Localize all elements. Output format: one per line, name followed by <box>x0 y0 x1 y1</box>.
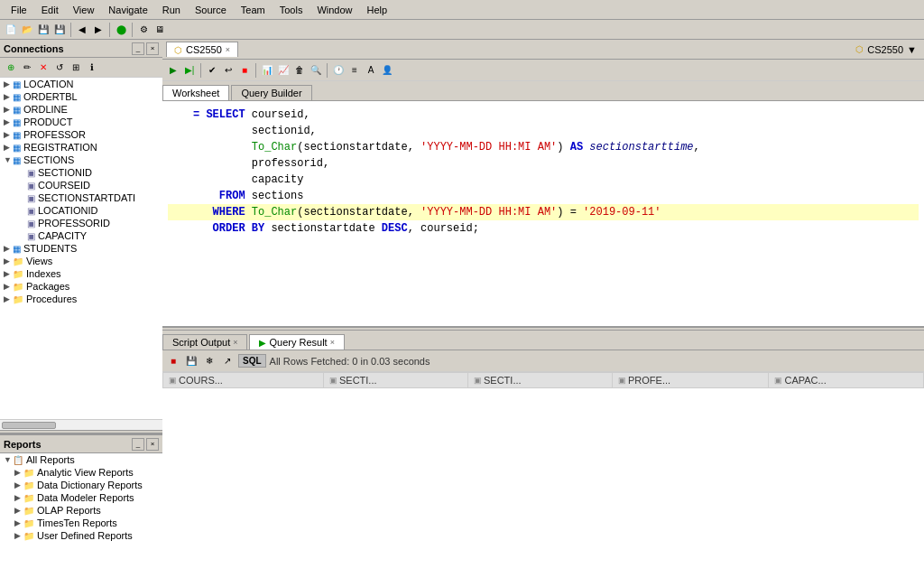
connections-panel-header: Connections _ × <box>0 40 162 58</box>
sql-editor[interactable]: = SELECT courseid, sectionid, To_Char(se… <box>162 101 924 327</box>
sql-label[interactable]: SQL <box>238 354 266 368</box>
save-icon[interactable]: 💾 <box>36 23 51 37</box>
tree-registration[interactable]: ▶ ▦ REGISTRATION <box>0 141 162 154</box>
properties-icon[interactable]: ℹ <box>85 61 99 75</box>
monitor-icon[interactable]: 🖥 <box>152 23 167 37</box>
tree-students[interactable]: ▶ ▦ STUDENTS <box>0 242 162 255</box>
open-icon[interactable]: 📂 <box>20 23 34 37</box>
tree-label-courseid: COURSEID <box>38 180 90 191</box>
menu-team[interactable]: Team <box>234 3 273 17</box>
tree-locationid[interactable]: ▣ LOCATIONID <box>0 204 162 217</box>
menu-source[interactable]: Source <box>188 3 234 17</box>
close-script-output[interactable]: × <box>233 338 237 347</box>
close-tab-cs2550[interactable]: × <box>226 45 230 54</box>
close-reports[interactable]: × <box>146 438 159 451</box>
close-connections[interactable]: × <box>146 42 159 55</box>
expand-all-icon[interactable]: ⊞ <box>69 61 83 75</box>
report-dict[interactable]: ▶ 📁 Data Dictionary Reports <box>0 479 162 491</box>
save-results-icon[interactable]: 💾 <box>184 354 199 368</box>
report-analytic[interactable]: ▶ 📁 Analytic View Reports <box>0 466 162 479</box>
expand-olap: ▶ <box>14 506 22 515</box>
run-statement-icon[interactable]: ▶| <box>182 63 197 78</box>
tree-professor[interactable]: ▶ ▦ PROFESSOR <box>0 128 162 141</box>
tree-packages[interactable]: ▶ 📁 Packages <box>0 280 162 293</box>
menu-view[interactable]: View <box>66 3 102 17</box>
forward-icon[interactable]: ▶ <box>91 23 106 37</box>
freeze-results-icon[interactable]: ❄ <box>202 354 217 368</box>
menu-file[interactable]: File <box>4 3 34 17</box>
report-all[interactable]: ▼ 📋 All Reports <box>0 453 162 466</box>
menu-run[interactable]: Run <box>155 3 188 17</box>
tree-sectionid[interactable]: ▣ SECTIONID <box>0 166 162 179</box>
tree-indexes[interactable]: ▶ 📁 Indexes <box>0 267 162 280</box>
tree-location[interactable]: ▶ ▦ LOCATION <box>0 78 162 90</box>
col-label-capac: CAPAC... <box>784 375 826 386</box>
report-olap[interactable]: ▶ 📁 OLAP Reports <box>0 504 162 517</box>
run-script-icon[interactable]: ▶ <box>166 63 180 78</box>
uppercase-icon[interactable]: A <box>364 63 378 78</box>
save-all-icon[interactable]: 💾 <box>52 23 67 37</box>
cancel-icon[interactable]: ■ <box>237 63 252 78</box>
table-icon-students: ▦ <box>13 244 21 254</box>
tab-query-builder[interactable]: Query Builder <box>231 85 311 100</box>
minimize-connections[interactable]: _ <box>132 42 144 55</box>
back-icon[interactable]: ◀ <box>75 23 89 37</box>
sql-line-4: professorid, <box>168 155 919 172</box>
report-timesten[interactable]: ▶ 📁 TimesTen Reports <box>0 517 162 529</box>
explain-icon[interactable]: 📊 <box>260 63 274 78</box>
results-toolbar: ■ 💾 ❄ ↗ SQL All Rows Fetched: 0 in 0.03 … <box>162 350 924 372</box>
tree-hscroll[interactable] <box>0 419 162 430</box>
menu-tools[interactable]: Tools <box>273 3 310 17</box>
stop-results-icon[interactable]: ■ <box>166 354 180 368</box>
clear-icon[interactable]: 🗑 <box>292 63 307 78</box>
settings-icon[interactable]: ⚙ <box>136 23 151 37</box>
report-modeler[interactable]: ▶ 📁 Data Modeler Reports <box>0 491 162 504</box>
tree-ordertbl[interactable]: ▶ ▦ ORDERTBL <box>0 90 162 103</box>
edit-connection-icon[interactable]: ✏ <box>20 61 34 75</box>
profile-icon[interactable]: 👤 <box>380 63 394 78</box>
tree-professorid[interactable]: ▣ PROFESSORID <box>0 217 162 229</box>
tree-sectionstartdate[interactable]: ▣ SECTIONSTARTDATI <box>0 191 162 204</box>
col-label-cours: COURS... <box>179 375 223 386</box>
tab-script-output[interactable]: Script Output × <box>162 334 247 350</box>
tree-sections[interactable]: ▼ ▦ SECTIONS <box>0 154 162 166</box>
menu-navigate[interactable]: Navigate <box>101 3 154 17</box>
expand-ordertbl: ▶ <box>4 92 11 101</box>
results-tab-bar: Script Output × ▶ Query Result × <box>162 331 924 350</box>
connections-toolbar: ⊕ ✏ ✕ ↺ ⊞ ℹ <box>0 58 162 78</box>
col-icon-sectionid: ▣ <box>27 168 35 178</box>
tree-product[interactable]: ▶ ▦ PRODUCT <box>0 116 162 128</box>
new-icon[interactable]: 📄 <box>4 23 18 37</box>
menu-help[interactable]: Help <box>360 3 395 17</box>
commit-icon[interactable]: ✔ <box>205 63 219 78</box>
toolbar-icons: 📄 📂 💾 💾 ◀ ▶ ⬤ ⚙ 🖥 <box>4 23 167 37</box>
connection-dropdown-icon[interactable]: ▼ <box>907 44 917 55</box>
connect-icon[interactable]: ⬤ <box>114 23 128 37</box>
sql-line-2: sectionid, <box>168 123 919 139</box>
tree-views[interactable]: ▶ 📁 Views <box>0 255 162 267</box>
find-icon[interactable]: 🔍 <box>309 63 323 78</box>
export-results-icon[interactable]: ↗ <box>220 354 235 368</box>
tab-worksheet[interactable]: Worksheet <box>162 85 229 100</box>
minimize-reports[interactable]: _ <box>132 438 144 451</box>
menu-window[interactable]: Window <box>310 3 359 17</box>
tab-query-result[interactable]: ▶ Query Result × <box>249 334 344 350</box>
rollback-icon[interactable]: ↩ <box>221 63 236 78</box>
menu-edit[interactable]: Edit <box>34 3 66 17</box>
tree-capacity[interactable]: ▣ CAPACITY <box>0 229 162 242</box>
delete-connection-icon[interactable]: ✕ <box>36 61 51 75</box>
col-label-secti2: SECTI... <box>484 375 522 386</box>
format-icon[interactable]: ≡ <box>347 63 362 78</box>
tree-procedures[interactable]: ▶ 📁 Procedures <box>0 293 162 305</box>
tree-ordline[interactable]: ▶ ▦ ORDLINE <box>0 103 162 116</box>
new-connection-icon[interactable]: ⊕ <box>4 61 18 75</box>
report-userdef[interactable]: ▶ 📁 User Defined Reports <box>0 529 162 542</box>
tree-courseid[interactable]: ▣ COURSEID <box>0 179 162 191</box>
history-icon[interactable]: 🕐 <box>331 63 346 78</box>
close-query-result[interactable]: × <box>330 338 335 347</box>
expand-views: ▶ <box>4 256 11 266</box>
expand-product: ▶ <box>4 117 11 126</box>
connection-tab-cs2550[interactable]: ⬡ CS2550 × <box>166 42 238 57</box>
refresh-connection-icon[interactable]: ↺ <box>52 61 67 75</box>
autotrace-icon[interactable]: 📈 <box>276 63 291 78</box>
